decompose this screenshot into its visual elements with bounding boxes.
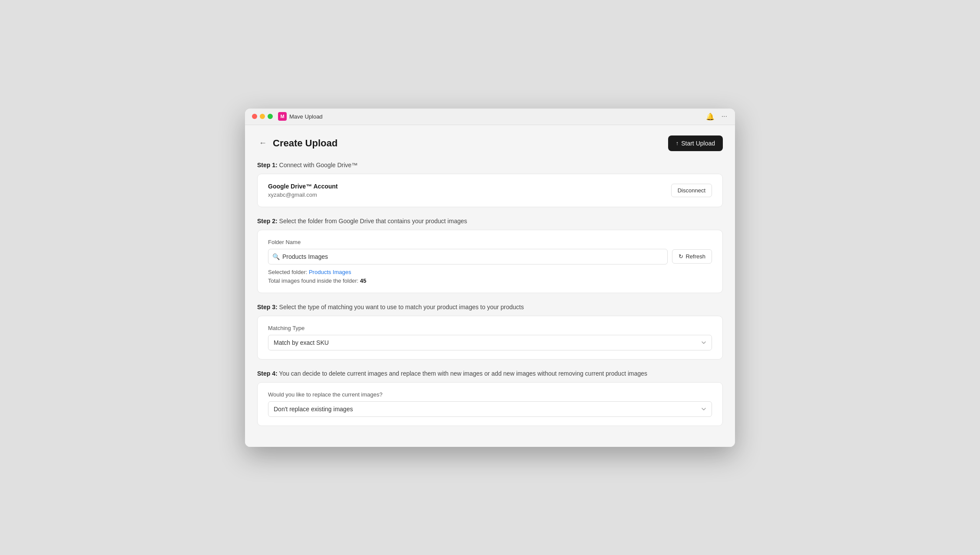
step4-label: Step 4: You can decide to delete current… <box>257 370 723 377</box>
folder-search-input[interactable] <box>268 249 668 264</box>
refresh-button[interactable]: ↻ Refresh <box>672 249 712 264</box>
start-upload-button[interactable]: ↑ Start Upload <box>668 135 723 151</box>
page-header-left: ← Create Upload <box>257 138 338 149</box>
back-button[interactable]: ← <box>257 138 268 149</box>
refresh-label: Refresh <box>685 253 705 260</box>
step1-label-text: Connect with Google Drive™ <box>278 162 358 168</box>
titlebar-actions: 🔔 ··· <box>705 112 728 122</box>
step1-section: Step 1: Connect with Google Drive™ Googl… <box>257 162 723 207</box>
step3-section: Step 3: Select the type of matching you … <box>257 304 723 360</box>
matching-type-label: Matching Type <box>268 325 712 331</box>
disconnect-button[interactable]: Disconnect <box>671 184 712 197</box>
step2-card: Folder Name 🔍 ↻ Refresh Selected folder:… <box>257 230 723 293</box>
search-row: 🔍 ↻ Refresh <box>268 249 712 264</box>
more-options-button[interactable]: ··· <box>721 112 728 121</box>
bell-icon-button[interactable]: 🔔 <box>705 112 715 122</box>
titlebar: M Mave Upload 🔔 ··· <box>245 109 735 125</box>
matching-type-select[interactable]: Match by exact SKU Match by product titl… <box>268 335 712 350</box>
images-count-row: Total images found inside the folder: 45 <box>268 278 712 284</box>
close-traffic-light[interactable] <box>252 114 257 119</box>
total-images-prefix: Total images found inside the folder: <box>268 278 360 284</box>
app-icon: M <box>278 112 287 121</box>
minimize-traffic-light[interactable] <box>260 114 265 119</box>
folder-field-label: Folder Name <box>268 239 712 245</box>
back-arrow-icon: ← <box>259 139 267 148</box>
page-title: Create Upload <box>273 138 338 149</box>
step3-card: Matching Type Match by exact SKU Match b… <box>257 316 723 360</box>
step1-label: Step 1: Connect with Google Drive™ <box>257 162 723 168</box>
search-icon: 🔍 <box>272 253 280 260</box>
account-info: Google Drive™ Account xyzabc@gmail.com <box>268 183 338 198</box>
selected-folder-prefix: Selected folder: <box>268 269 309 275</box>
traffic-lights <box>252 114 273 119</box>
account-title: Google Drive™ Account <box>268 183 338 190</box>
step2-label-text: Select the folder from Google Drive that… <box>278 218 467 225</box>
step4-section: Step 4: You can decide to delete current… <box>257 370 723 426</box>
app-title: Mave Upload <box>289 113 705 120</box>
step2-label-prefix: Step 2: <box>257 218 278 225</box>
page-header: ← Create Upload ↑ Start Upload <box>257 135 723 151</box>
step4-card: Would you like to replace the current im… <box>257 382 723 426</box>
search-input-wrapper: 🔍 <box>268 249 668 264</box>
step2-section: Step 2: Select the folder from Google Dr… <box>257 218 723 293</box>
main-content: ← Create Upload ↑ Start Upload Step 1: C… <box>245 125 735 447</box>
step1-card: Google Drive™ Account xyzabc@gmail.com D… <box>257 174 723 207</box>
refresh-icon: ↻ <box>679 253 683 260</box>
account-card: Google Drive™ Account xyzabc@gmail.com D… <box>268 183 712 198</box>
account-email: xyzabc@gmail.com <box>268 192 338 198</box>
start-upload-label: Start Upload <box>681 140 715 147</box>
selected-folder-link[interactable]: Products Images <box>309 269 351 275</box>
step1-label-prefix: Step 1: <box>257 162 278 168</box>
step4-label-text: You can decide to delete current images … <box>278 370 647 377</box>
selected-folder-row: Selected folder: Products Images <box>268 269 712 275</box>
step3-label-prefix: Step 3: <box>257 304 278 311</box>
upload-icon: ↑ <box>676 140 679 146</box>
total-images-count: 45 <box>360 278 366 284</box>
step3-label-text: Select the type of matching you want to … <box>278 304 524 311</box>
maximize-traffic-light[interactable] <box>268 114 273 119</box>
replace-images-select[interactable]: Don't replace existing images Replace ex… <box>268 401 712 417</box>
step3-label: Step 3: Select the type of matching you … <box>257 304 723 311</box>
step2-label: Step 2: Select the folder from Google Dr… <box>257 218 723 225</box>
replace-images-label: Would you like to replace the current im… <box>268 391 712 398</box>
step4-label-prefix: Step 4: <box>257 370 278 377</box>
app-window: M Mave Upload 🔔 ··· ← Create Upload ↑ St… <box>245 109 735 447</box>
